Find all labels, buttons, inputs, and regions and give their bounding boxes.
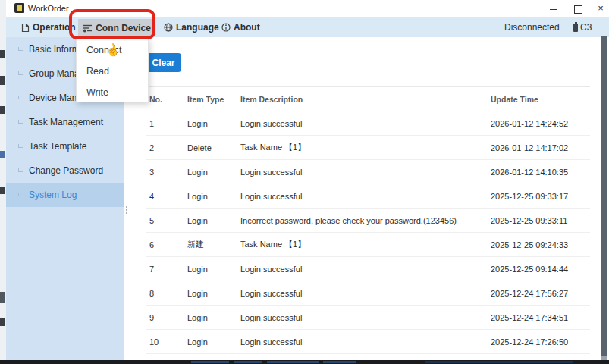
header-item-description: Item Description [240,95,491,104]
taskbar-fragment [323,361,356,363]
cell-no: 4 [149,192,187,201]
tree-branch-icon [18,96,23,99]
header-update-time: Update Time [491,95,590,104]
sidebar-item-task-management[interactable]: Task Management [6,110,124,134]
log-table-body: 1LoginLogin successful2026-01-12 14:24:5… [146,111,590,353]
taskbar-fragment [234,361,262,363]
tree-branch-icon [18,71,23,75]
cell-no: 9 [149,313,187,322]
cell-time: 2025-12-24 17:26:50 [491,337,590,347]
sidebar-item-task-template[interactable]: Task Template [6,134,124,158]
menu-about-label: About [234,22,260,33]
cell-time: 2025-12-25 09:33:17 [491,192,590,201]
sidebar-item-label: Task Management [29,117,103,127]
table-row[interactable]: 1LoginLogin successful2026-01-12 14:24:5… [146,111,590,135]
conn-device-icon [83,24,93,33]
desktop-edge [0,0,6,364]
desktop-icon-fragment [0,76,5,85]
menu-conn-device[interactable]: Conn Device [78,19,155,36]
taskbar-edge [0,360,609,364]
document-icon [21,23,30,33]
sidebar-item-system-log[interactable]: System Log [6,183,124,207]
menu-item-write[interactable]: Write [77,82,148,103]
cell-desc: Login successful [240,168,491,177]
cell-no: 7 [149,265,187,274]
cell-desc: Login successful [240,192,491,201]
cell-desc: Login successful [240,313,491,322]
taskbar-fragment [425,361,573,363]
cell-no: 1 [149,119,187,128]
cell-type: Login [187,337,240,347]
cell-time: 2026-01-12 14:10:35 [491,168,590,177]
sidebar-item-label: System Log [29,190,77,200]
minimize-button[interactable] [548,2,560,14]
cell-desc: Login successful [240,289,491,298]
cell-desc: Login successful [240,265,491,274]
clear-button[interactable]: Clear [146,53,181,72]
menu-about[interactable]: About [221,17,260,37]
desktop-icon-fragment [0,187,5,194]
sidebar-item-label: Device Man [29,93,77,103]
device-indicator: C3 [573,17,592,37]
table-row[interactable]: 10LoginLogin successful2025-12-24 17:26:… [146,329,590,353]
cell-time: 2025-12-25 09:33:11 [491,216,590,225]
desktop-icon-fragment [0,151,5,158]
system-log-table: No. Item Type Item Description Update Ti… [146,86,590,361]
splitter-handle[interactable] [125,204,128,216]
connection-status: Disconnected [504,17,560,37]
header-no: No. [149,95,187,104]
table-row[interactable]: 9LoginLogin successful2025-12-24 17:34:5… [146,305,590,329]
sidebar-item-label: Group Mana [29,68,80,79]
device-label: C3 [580,22,592,33]
cell-desc: Incorrect password, please check your pa… [240,216,491,225]
sidebar-item-label: Task Template [29,141,86,152]
cell-time: 2025-12-25 09:24:33 [491,240,590,249]
cell-time: 2026-01-12 14:24:52 [491,119,590,128]
sidebar-item-change-password[interactable]: Change Password [6,158,124,183]
vertical-scrollbar[interactable] [601,36,607,360]
cell-no: 2 [149,143,187,152]
table-row[interactable]: 7LoginLogin successful2025-12-25 09:14:4… [146,256,590,281]
desktop-icon-fragment [0,106,5,114]
cell-time: 2025-12-25 09:14:44 [491,265,590,274]
cell-type: 新建 [187,239,240,250]
desktop-icon-fragment [0,50,5,58]
cell-desc: Task Name 【1】 [240,142,491,153]
window-title: WorkOrder [28,4,69,13]
cell-no: 5 [149,216,187,225]
cell-type: Login [187,216,240,225]
tree-branch-icon [18,193,23,196]
battery-icon [573,24,578,32]
table-row[interactable]: 2DeleteTask Name 【1】2026-01-12 14:17:02 [146,135,590,159]
tree-branch-icon [18,120,23,124]
conn-device-menu: ☝ ConnectReadWrite [76,39,149,102]
table-row[interactable]: 6新建Task Name 【1】2025-12-25 09:24:33 [146,232,590,256]
desktop-icon-fragment [0,292,5,303]
cell-desc: Login successful [240,119,491,128]
menu-item-read[interactable]: Read [77,61,148,82]
menu-bar: Operation Conn Device Language About Dis… [6,17,609,37]
cell-type: Login [187,119,240,128]
cell-desc: Login successful [240,337,491,347]
menu-operation[interactable]: Operation [21,17,76,37]
cell-time: 2025-12-24 17:34:51 [491,313,590,322]
menu-language[interactable]: Language [164,17,219,37]
cell-type: Delete [187,143,240,152]
table-row[interactable]: 3LoginLogin successful2026-01-12 14:10:3… [146,159,590,184]
menu-operation-label: Operation [33,22,76,33]
cell-type: Login [187,192,240,201]
close-button[interactable]: × [595,2,607,14]
cell-no: 3 [149,168,187,177]
table-row[interactable]: 8LoginLogin successful2025-12-24 17:56:2… [146,281,590,305]
table-row[interactable]: 5LoginIncorrect password, please check y… [146,208,590,232]
tree-branch-icon [18,144,23,148]
cell-desc: Task Name 【1】 [240,239,491,250]
cell-type: Login [187,168,240,177]
cell-no: 10 [149,337,187,347]
title-bar[interactable]: WorkOrder × [6,0,609,17]
cell-type: Login [187,289,240,298]
cell-no: 6 [149,240,187,249]
maximize-button[interactable] [572,2,584,14]
menu-language-label: Language [176,22,219,33]
table-row[interactable]: 4LoginLogin successful2025-12-25 09:33:1… [146,184,590,208]
